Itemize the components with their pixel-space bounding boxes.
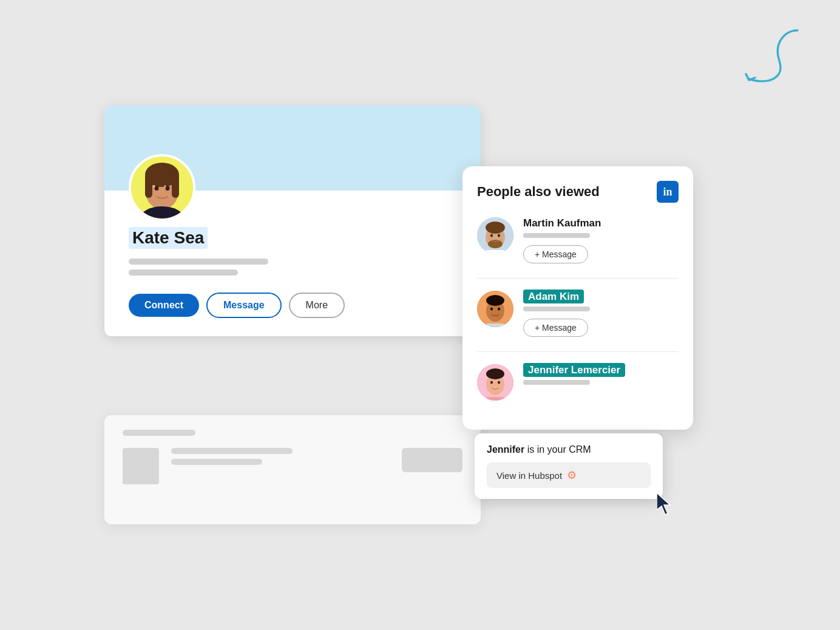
divider-2 bbox=[477, 351, 679, 352]
svg-point-22 bbox=[498, 308, 500, 311]
martin-name: Martin Kaufman bbox=[523, 217, 679, 229]
profile-actions: Connect Message More bbox=[129, 293, 462, 318]
adam-avatar bbox=[477, 291, 513, 327]
svg-point-15 bbox=[490, 234, 493, 237]
profile-card-bottom bbox=[104, 415, 481, 524]
jennifer-subline bbox=[523, 380, 590, 385]
svg-point-20 bbox=[486, 295, 504, 306]
martin-face-svg bbox=[477, 217, 513, 254]
adam-message-button[interactable]: + Message bbox=[523, 319, 588, 337]
martin-info: Martin Kaufman + Message bbox=[523, 217, 679, 263]
martin-subline bbox=[523, 233, 590, 238]
bottom-line1 bbox=[123, 430, 195, 436]
profile-name: Kate Sea bbox=[129, 227, 208, 249]
bottom-right-block bbox=[402, 448, 462, 472]
crm-person-name: Jennifer bbox=[487, 444, 524, 455]
jennifer-avatar bbox=[477, 364, 513, 401]
adam-name-highlight: Adam Kim bbox=[523, 290, 584, 303]
svg-point-13 bbox=[486, 222, 505, 234]
svg-rect-4 bbox=[172, 174, 179, 198]
svg-point-8 bbox=[166, 186, 170, 191]
svg-point-27 bbox=[490, 381, 493, 384]
bottom-text-line-1 bbox=[171, 448, 293, 454]
svg-point-21 bbox=[490, 308, 493, 311]
bottom-content-row bbox=[123, 448, 462, 484]
svg-point-9 bbox=[154, 185, 155, 188]
adam-subline bbox=[523, 307, 590, 311]
person-item-martin: Martin Kaufman + Message bbox=[477, 217, 679, 263]
adam-name: Adam Kim bbox=[523, 291, 679, 303]
kate-avatar-svg bbox=[131, 157, 193, 218]
decorative-arrow bbox=[713, 24, 810, 100]
divider-1 bbox=[477, 278, 679, 279]
svg-point-7 bbox=[155, 186, 159, 191]
bottom-text-lines bbox=[171, 448, 390, 465]
crm-text: Jennifer is in your CRM bbox=[487, 444, 651, 455]
people-card-header: People also viewed in bbox=[477, 181, 679, 203]
svg-rect-23 bbox=[486, 323, 504, 327]
bottom-text-line-2 bbox=[171, 459, 262, 465]
jennifer-face-svg bbox=[477, 364, 513, 401]
svg-point-14 bbox=[488, 240, 503, 248]
svg-rect-3 bbox=[145, 174, 152, 198]
person-item-jennifer: Jennifer Lemercier bbox=[477, 364, 679, 401]
message-button[interactable]: Message bbox=[206, 293, 282, 318]
svg-point-26 bbox=[486, 368, 504, 379]
martin-avatar bbox=[477, 217, 513, 254]
view-hubspot-button[interactable]: View in Hubspot ⚙ bbox=[487, 462, 651, 488]
person-item-adam: Adam Kim + Message bbox=[477, 291, 679, 337]
crm-description: is in your CRM bbox=[524, 444, 591, 455]
svg-rect-17 bbox=[486, 250, 505, 254]
profile-subline-1 bbox=[129, 259, 268, 265]
profile-card: Kate Sea Connect Message More bbox=[104, 106, 481, 336]
more-button[interactable]: More bbox=[289, 293, 345, 318]
view-hubspot-label: View in Hubspot bbox=[496, 470, 562, 481]
profile-subline-2 bbox=[129, 269, 238, 276]
main-scene: Kate Sea Connect Message More People als… bbox=[86, 57, 754, 573]
people-card-title: People also viewed bbox=[477, 184, 600, 200]
profile-banner bbox=[104, 106, 481, 191]
crm-tooltip: Jennifer is in your CRM View in Hubspot … bbox=[475, 433, 663, 499]
adam-info: Adam Kim + Message bbox=[523, 291, 679, 337]
jennifer-name-highlight: Jennifer Lemercier bbox=[523, 363, 625, 377]
svg-point-16 bbox=[498, 234, 500, 237]
martin-message-button[interactable]: + Message bbox=[523, 245, 588, 263]
jennifer-name: Jennifer Lemercier bbox=[523, 364, 679, 376]
svg-point-28 bbox=[498, 381, 500, 384]
hubspot-icon: ⚙ bbox=[567, 469, 577, 482]
profile-avatar bbox=[129, 154, 195, 221]
svg-rect-29 bbox=[486, 397, 504, 401]
bottom-thumbnail bbox=[123, 448, 159, 484]
connect-button[interactable]: Connect bbox=[129, 294, 199, 317]
jennifer-info: Jennifer Lemercier bbox=[523, 364, 679, 392]
adam-face-svg bbox=[477, 291, 513, 327]
linkedin-badge: in bbox=[657, 181, 679, 203]
svg-point-10 bbox=[164, 185, 166, 188]
people-also-viewed-card: People also viewed in bbox=[462, 166, 693, 430]
